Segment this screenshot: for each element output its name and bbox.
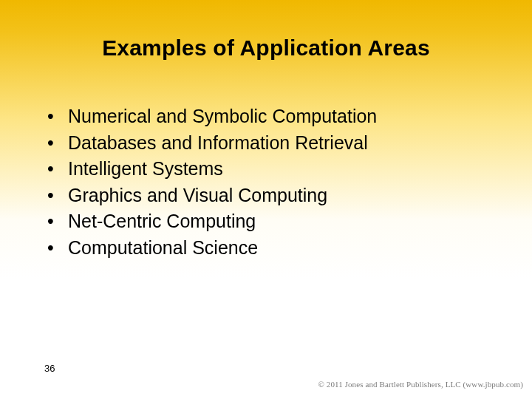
list-item: Computational Science — [47, 235, 532, 262]
list-item: Net-Centric Computing — [47, 208, 532, 235]
list-item: Graphics and Visual Computing — [47, 183, 532, 209]
slide-container: Examples of Application Areas Numerical … — [0, 0, 532, 399]
list-item: Databases and Information Retrieval — [47, 130, 532, 157]
copyright-text: © 2011 Jones and Bartlett Publishers, LL… — [318, 380, 523, 389]
bullet-list: Numerical and Symbolic Computation Datab… — [47, 103, 532, 261]
list-item: Intelligent Systems — [47, 156, 532, 183]
slide-title: Examples of Application Areas — [30, 35, 502, 61]
list-item: Numerical and Symbolic Computation — [47, 103, 532, 130]
page-number: 36 — [44, 363, 55, 374]
